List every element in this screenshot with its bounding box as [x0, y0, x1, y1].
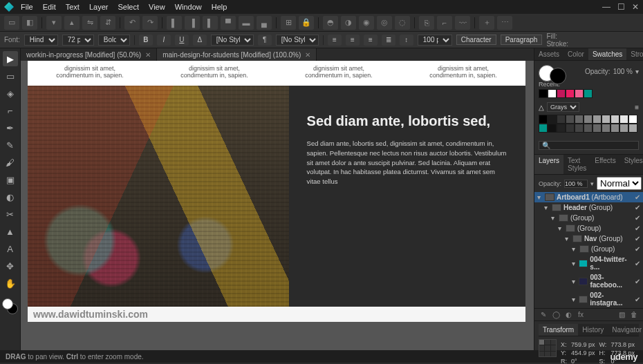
- visibility-checkbox[interactable]: ✔: [635, 278, 640, 285]
- menu-layer[interactable]: Layer: [89, 3, 109, 11]
- swatch[interactable]: [602, 124, 611, 133]
- flip-h-icon[interactable]: ⇋: [82, 16, 97, 30]
- swatch[interactable]: [584, 124, 593, 133]
- color-selector[interactable]: [2, 298, 19, 315]
- layer-fx-icon[interactable]: fx: [576, 311, 586, 318]
- swatch[interactable]: [619, 115, 628, 124]
- align-left-icon[interactable]: ▌: [167, 16, 182, 30]
- layer-row[interactable]: ▾Artboard1 (Artboard)✔: [534, 192, 643, 202]
- more-icon[interactable]: ⋯: [497, 16, 512, 30]
- leading-icon[interactable]: ↕: [400, 35, 413, 46]
- disclosure-icon[interactable]: ▾: [558, 224, 563, 232]
- layer-edit-icon[interactable]: ✎: [539, 311, 548, 318]
- justify-right-icon[interactable]: ≡: [364, 35, 378, 46]
- rotate-ccw-icon[interactable]: ↶: [124, 16, 140, 30]
- menu-file[interactable]: File: [21, 3, 33, 11]
- boolean-xor-icon[interactable]: ◎: [377, 16, 392, 30]
- align-right-icon[interactable]: ▌: [203, 16, 218, 30]
- chevron-down-icon[interactable]: ▾: [590, 180, 594, 187]
- swatch[interactable]: [548, 115, 557, 124]
- swatch[interactable]: [566, 89, 575, 98]
- flip-v-icon[interactable]: ⇵: [100, 16, 115, 30]
- document-tab-1[interactable]: workin-in-progress [Modified] (50.0%)✕: [21, 48, 157, 61]
- disclosure-icon[interactable]: ▾: [565, 235, 570, 242]
- layer-delete-icon[interactable]: 🗑: [629, 311, 639, 318]
- layer-adjust-icon[interactable]: ◐: [563, 311, 573, 318]
- palette-lock-icon[interactable]: △: [539, 104, 544, 111]
- paragraph-panel-button[interactable]: Paragraph: [501, 35, 543, 45]
- close-tab-icon[interactable]: ✕: [305, 51, 310, 59]
- tab-swatches[interactable]: Swatches: [588, 48, 626, 60]
- menu-edit[interactable]: Edit: [43, 3, 56, 11]
- tab-assets[interactable]: Assets: [534, 48, 563, 60]
- brush-tool-icon[interactable]: 🖌: [3, 155, 18, 170]
- transparency-tool-icon[interactable]: ◐: [3, 189, 18, 204]
- text-tool-icon[interactable]: A: [3, 241, 18, 256]
- swatch[interactable]: [575, 115, 584, 124]
- add-icon[interactable]: ＋: [479, 16, 494, 30]
- align-top-icon[interactable]: ▀: [221, 16, 236, 30]
- character-panel-button[interactable]: Character: [456, 35, 496, 45]
- tab-text-styles[interactable]: Text Styles: [563, 155, 590, 174]
- disclosure-icon[interactable]: ▾: [572, 260, 577, 267]
- corner-icon[interactable]: ⌐: [437, 16, 452, 30]
- hero-text-block[interactable]: Sed diam ante, lobortis sed, Sed diam an…: [289, 86, 525, 307]
- char-style-select[interactable]: [No Style]: [211, 35, 254, 46]
- swatch[interactable]: [539, 124, 548, 133]
- swatch[interactable]: [557, 124, 566, 133]
- close-icon[interactable]: ✕: [632, 2, 639, 12]
- palette-menu-icon[interactable]: ≡: [635, 104, 639, 111]
- minimize-icon[interactable]: —: [602, 2, 611, 12]
- hero-image[interactable]: [28, 86, 289, 307]
- pencil-tool-icon[interactable]: ✎: [3, 137, 18, 153]
- foreground-color-icon[interactable]: [2, 298, 13, 309]
- palette-select[interactable]: Grays: [547, 102, 579, 112]
- swatch[interactable]: [575, 124, 584, 133]
- fill-stroke-preview[interactable]: [539, 65, 639, 84]
- visibility-checkbox[interactable]: ✔: [635, 260, 640, 267]
- layer-row[interactable]: ▾002-instagra... ✔: [534, 290, 643, 308]
- fill-tool-icon[interactable]: ▣: [3, 172, 18, 187]
- layer-row[interactable]: ▾(Group)✔: [534, 223, 643, 233]
- swatch[interactable]: [628, 115, 637, 124]
- blend-mode-select[interactable]: Normal: [597, 177, 642, 190]
- font-family-select[interactable]: Hind: [24, 35, 58, 46]
- visibility-checkbox[interactable]: ✔: [635, 245, 640, 253]
- artboard-tool-icon[interactable]: ▭: [3, 68, 18, 84]
- tab-layers[interactable]: Layers: [534, 155, 563, 174]
- snap-icon[interactable]: ⊞: [281, 16, 296, 30]
- shape-tool-icon[interactable]: ▲: [3, 224, 18, 239]
- tab-styles[interactable]: Styles: [620, 155, 643, 174]
- layer-row[interactable]: ▾004-twitter-s... ✔: [534, 254, 643, 272]
- layer-row[interactable]: ▾Nav (Group)✔: [534, 233, 643, 244]
- canvas[interactable]: dignissim sit amet,condimentum in, sapie…: [21, 61, 534, 350]
- layer-row[interactable]: ▾(Group)✔: [534, 244, 643, 254]
- boolean-add-icon[interactable]: ◓: [323, 16, 338, 30]
- transform-r[interactable]: 0°: [571, 358, 595, 364]
- para-style-select[interactable]: [No Style]: [276, 35, 319, 46]
- tab-stroke[interactable]: Stroke: [626, 48, 643, 60]
- transform-y[interactable]: 454.9 px: [571, 349, 595, 356]
- align-bottom-icon[interactable]: ▄: [257, 16, 272, 30]
- swatch[interactable]: [619, 124, 628, 133]
- stroke-circle-icon[interactable]: [550, 68, 566, 84]
- swatch-search[interactable]: 🔍: [539, 141, 639, 150]
- disclosure-icon[interactable]: ▾: [572, 296, 577, 303]
- layer-row[interactable]: ▾Header (Group)✔: [534, 202, 643, 213]
- disclosure-icon[interactable]: ▾: [572, 278, 577, 285]
- swatch[interactable]: [593, 124, 602, 133]
- layer-opacity-input[interactable]: [564, 180, 588, 188]
- transform-x[interactable]: 759.9 px: [571, 341, 595, 348]
- swatch[interactable]: [548, 89, 557, 98]
- swatch[interactable]: [584, 115, 593, 124]
- eyedropper-tool-icon[interactable]: ✥: [3, 258, 18, 274]
- open-icon[interactable]: ▭: [4, 16, 19, 30]
- swatch[interactable]: [611, 115, 619, 124]
- justify-center-icon[interactable]: ≡: [346, 35, 360, 46]
- insert-target-icon[interactable]: ⎘: [419, 16, 434, 30]
- swatch[interactable]: [575, 89, 584, 98]
- tab-history[interactable]: History: [578, 324, 608, 336]
- node-tool-icon[interactable]: ◈: [3, 86, 18, 101]
- disclosure-icon[interactable]: ▾: [544, 204, 550, 211]
- menu-select[interactable]: Select: [118, 3, 139, 11]
